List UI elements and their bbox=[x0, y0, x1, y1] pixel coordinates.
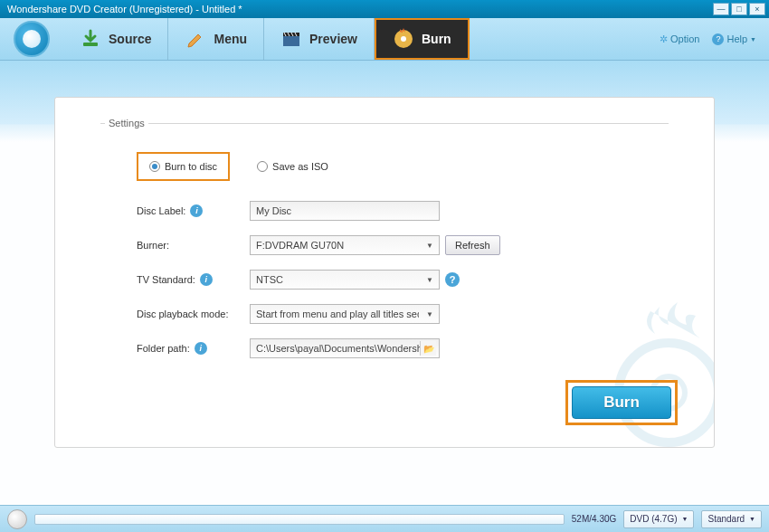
info-icon[interactable]: i bbox=[195, 342, 207, 355]
tab-preview[interactable]: Preview bbox=[264, 18, 375, 60]
close-button[interactable]: × bbox=[749, 3, 765, 15]
chevron-down-icon: ▼ bbox=[749, 516, 755, 522]
gear-icon: ✲ bbox=[660, 33, 668, 45]
disc-icon bbox=[7, 509, 27, 529]
pencil-icon bbox=[185, 28, 206, 50]
help-label: Help bbox=[726, 33, 747, 44]
quality-select[interactable]: Standard ▼ bbox=[701, 510, 762, 528]
tv-standard-text: TV Standard: bbox=[137, 274, 195, 285]
settings-panel: Settings Burn to disc Save as ISO bbox=[54, 97, 715, 448]
statusbar: 52M/4.30G DVD (4.7G) ▼ Standard ▼ bbox=[0, 505, 769, 532]
radio-save-as-iso[interactable]: Save as ISO bbox=[257, 161, 328, 172]
tab-source-label: Source bbox=[109, 32, 151, 46]
burner-label: Burner: bbox=[137, 240, 250, 251]
titlebar: Wondershare DVD Creator (Unregistered) -… bbox=[0, 0, 769, 18]
output-radio-group: Burn to disc Save as ISO bbox=[137, 152, 678, 181]
disc-label-label: Disc Label: i bbox=[137, 204, 250, 217]
folder-path-input[interactable] bbox=[250, 338, 440, 358]
svg-rect-1 bbox=[283, 36, 299, 46]
window-controls: — □ × bbox=[713, 3, 765, 15]
tv-standard-select[interactable]: NTSC ▼ bbox=[250, 270, 440, 290]
row-burner: Burner: F:DVDRAM GU70N ▼ Refresh bbox=[137, 235, 678, 255]
quality-value: Standard bbox=[707, 514, 745, 524]
capacity-text: 52M/4.30G bbox=[572, 514, 616, 524]
chevron-down-icon: ▼ bbox=[426, 276, 433, 284]
radio-iso-label: Save as ISO bbox=[272, 161, 328, 172]
clapper-icon bbox=[280, 28, 302, 50]
burn-button[interactable]: Burn bbox=[572, 386, 671, 419]
tv-standard-label: TV Standard: i bbox=[137, 273, 250, 286]
playback-mode-value: Start from menu and play all titles sequ… bbox=[256, 309, 419, 319]
row-disc-label: Disc Label: i bbox=[137, 201, 678, 221]
playback-mode-label: Disc playback mode: bbox=[137, 309, 250, 319]
tab-burn-label: Burn bbox=[422, 32, 451, 46]
info-icon[interactable]: i bbox=[190, 204, 203, 217]
burn-disc-icon bbox=[393, 28, 414, 50]
burn-button-highlight: Burn bbox=[565, 380, 678, 425]
disc-label-text: Disc Label: bbox=[137, 205, 185, 216]
tabs: Source Menu Preview Burn bbox=[63, 18, 470, 60]
browse-folder-icon[interactable]: 📂 bbox=[420, 341, 436, 356]
svg-rect-0 bbox=[83, 43, 98, 46]
chevron-down-icon: ▼ bbox=[682, 516, 688, 522]
fieldset-divider bbox=[100, 123, 669, 124]
chevron-down-icon: ▼ bbox=[750, 36, 756, 43]
tab-menu-label: Menu bbox=[214, 32, 247, 46]
minimize-button[interactable]: — bbox=[713, 3, 729, 15]
radio-dot-icon bbox=[257, 161, 268, 172]
help-icon[interactable]: ? bbox=[445, 272, 460, 287]
settings-legend: Settings bbox=[105, 118, 148, 128]
radio-dot-icon bbox=[149, 161, 160, 172]
capacity-progress bbox=[34, 514, 565, 525]
toolbar-right: ✲ Option ? Help ▼ bbox=[660, 18, 769, 60]
chevron-down-icon: ▼ bbox=[426, 242, 433, 250]
tab-menu[interactable]: Menu bbox=[168, 18, 264, 60]
burner-select[interactable]: F:DVDRAM GU70N ▼ bbox=[250, 235, 440, 255]
main-window: Wondershare DVD Creator (Unregistered) -… bbox=[0, 0, 769, 532]
help-link[interactable]: ? Help ▼ bbox=[712, 33, 756, 45]
maximize-button[interactable]: □ bbox=[731, 3, 747, 15]
tab-source[interactable]: Source bbox=[63, 18, 168, 60]
tab-burn[interactable]: Burn bbox=[375, 18, 470, 60]
radio-burn-to-disc[interactable]: Burn to disc bbox=[137, 152, 230, 181]
folder-path-text: Folder path: bbox=[137, 343, 190, 354]
option-label: Option bbox=[670, 33, 699, 44]
chevron-down-icon: ▼ bbox=[426, 310, 433, 318]
content-area: Settings Burn to disc Save as ISO bbox=[0, 61, 769, 505]
svg-point-4 bbox=[401, 36, 406, 42]
radio-burn-label: Burn to disc bbox=[165, 161, 217, 172]
option-link[interactable]: ✲ Option bbox=[660, 33, 699, 45]
toolbar: Source Menu Preview Burn bbox=[0, 18, 769, 61]
folder-path-label: Folder path: i bbox=[137, 342, 250, 355]
disc-logo-icon bbox=[14, 21, 50, 57]
help-icon: ? bbox=[712, 33, 724, 45]
tab-preview-label: Preview bbox=[309, 32, 357, 46]
disc-label-input[interactable] bbox=[250, 201, 440, 221]
disc-type-select[interactable]: DVD (4.7G) ▼ bbox=[623, 510, 694, 528]
app-logo bbox=[0, 18, 63, 60]
window-title: Wondershare DVD Creator (Unregistered) -… bbox=[4, 4, 713, 14]
disc-type-value: DVD (4.7G) bbox=[630, 514, 677, 524]
download-icon bbox=[80, 28, 101, 50]
tv-standard-value: NTSC bbox=[256, 274, 283, 285]
burner-value: F:DVDRAM GU70N bbox=[256, 240, 344, 251]
refresh-button[interactable]: Refresh bbox=[445, 235, 500, 255]
info-icon[interactable]: i bbox=[200, 273, 213, 286]
playback-mode-select[interactable]: Start from menu and play all titles sequ… bbox=[250, 304, 440, 324]
